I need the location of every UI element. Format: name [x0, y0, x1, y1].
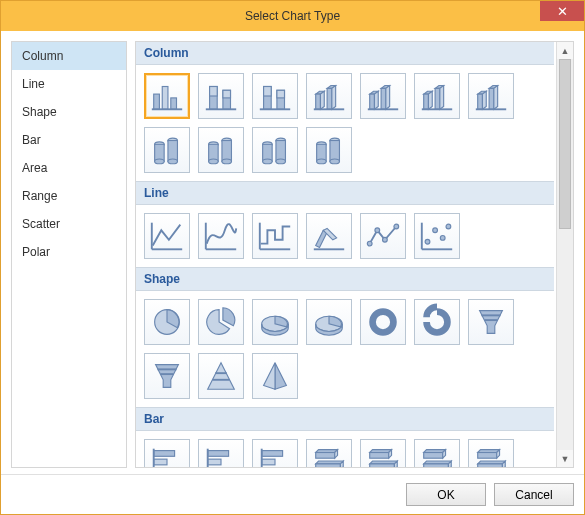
3d-clustered-column-icon	[310, 77, 348, 115]
dialog-window: Select Chart Type ✕ ColumnLineShapeBarAr…	[0, 0, 585, 515]
svg-point-40	[263, 159, 273, 164]
chart-thumb-line[interactable]	[144, 213, 190, 259]
chart-thumb-100-stacked-column[interactable]	[252, 73, 298, 119]
clustered-cylinder-icon	[148, 131, 186, 169]
svg-rect-92	[370, 464, 395, 467]
svg-rect-94	[424, 464, 449, 467]
chart-thumb-exploded-pie[interactable]	[198, 299, 244, 345]
sidebar-item-shape[interactable]: Shape	[12, 98, 126, 126]
pie-icon	[148, 303, 186, 341]
sidebar-item-scatter[interactable]: Scatter	[12, 210, 126, 238]
chart-thumb-doughnut[interactable]	[360, 299, 406, 345]
sidebar-item-polar[interactable]: Polar	[12, 238, 126, 266]
sidebar-item-range[interactable]: Range	[12, 182, 126, 210]
chart-thumb-pyramid-3d[interactable]	[252, 353, 298, 399]
clustered-bar-icon	[148, 443, 186, 467]
sidebar-item-area[interactable]: Area	[12, 154, 126, 182]
ok-button[interactable]: OK	[406, 483, 486, 506]
svg-point-46	[317, 159, 327, 164]
chart-thumb-3d-100-stacked-bar[interactable]	[414, 439, 460, 467]
3d-clustered-bar-icon	[310, 443, 348, 467]
100-stacked-column-icon	[256, 77, 294, 115]
scroll-track[interactable]	[557, 59, 573, 450]
svg-rect-89	[316, 453, 335, 459]
chart-thumb-pyramid[interactable]	[198, 353, 244, 399]
content-area: ColumnLineShapeBarAreaRangeScatterPolar …	[1, 31, 584, 474]
close-button[interactable]: ✕	[540, 1, 584, 21]
svg-point-70	[373, 312, 394, 333]
funnel-3d-icon	[148, 357, 186, 395]
chart-thumb-funnel-3d[interactable]	[144, 353, 190, 399]
svg-rect-12	[277, 90, 285, 98]
doughnut-icon	[364, 303, 402, 341]
chart-thumb-clustered-cylinder[interactable]	[144, 127, 190, 173]
title-bar: Select Chart Type ✕	[1, 1, 584, 31]
svg-rect-0	[154, 94, 160, 109]
scroll-handle[interactable]	[559, 59, 571, 229]
svg-rect-93	[424, 453, 443, 459]
chart-thumb-pie[interactable]	[144, 299, 190, 345]
svg-point-60	[394, 224, 399, 229]
section-header-line: Line	[136, 181, 554, 205]
svg-point-43	[276, 159, 286, 164]
chart-thumb-spline[interactable]	[198, 213, 244, 259]
sidebar-item-line[interactable]: Line	[12, 70, 126, 98]
svg-point-62	[433, 228, 438, 233]
sidebar-item-bar[interactable]: Bar	[12, 126, 126, 154]
chart-thumb-3d-line[interactable]	[306, 213, 352, 259]
svg-point-57	[367, 241, 372, 246]
svg-rect-20	[424, 94, 429, 109]
chart-thumb-clustered-column[interactable]	[144, 73, 190, 119]
scroll-up-arrow-icon[interactable]: ▲	[557, 42, 573, 59]
3d-bar-icon	[472, 443, 510, 467]
chart-thumb-line-with-markers[interactable]	[360, 213, 406, 259]
chart-thumb-3d-pie[interactable]	[252, 299, 298, 345]
svg-rect-85	[262, 451, 283, 457]
step-line-icon	[256, 217, 294, 255]
3d-pie-icon	[256, 303, 294, 341]
chart-thumb-100-stacked-cylinder[interactable]	[252, 127, 298, 173]
svg-rect-17	[370, 94, 375, 109]
svg-rect-7	[223, 90, 231, 98]
svg-rect-42	[276, 141, 286, 162]
chart-thumb-3d-bar[interactable]	[468, 439, 514, 467]
chart-thumb-3d-stacked-column[interactable]	[360, 73, 406, 119]
chart-thumb-stacked-column[interactable]	[198, 73, 244, 119]
chart-thumb-exploded-doughnut[interactable]	[414, 299, 460, 345]
svg-rect-15	[327, 88, 332, 109]
vertical-scrollbar[interactable]: ▲ ▼	[556, 42, 573, 467]
chart-thumb-3d-stacked-bar[interactable]	[360, 439, 406, 467]
chart-thumb-funnel[interactable]	[468, 299, 514, 345]
spline-icon	[202, 217, 240, 255]
scroll-down-arrow-icon[interactable]: ▼	[557, 450, 573, 467]
thumb-grid-line	[136, 205, 554, 267]
chart-thumb-100-stacked-bar[interactable]	[252, 439, 298, 467]
svg-point-58	[375, 228, 380, 233]
sidebar-item-column[interactable]: Column	[12, 42, 126, 70]
section-header-column: Column	[136, 42, 554, 65]
chart-thumb-scatter-line[interactable]	[414, 213, 460, 259]
ok-button-label: OK	[437, 488, 454, 502]
chart-thumb-3d-exploded-pie[interactable]	[306, 299, 352, 345]
chart-thumb-step-line[interactable]	[252, 213, 298, 259]
dialog-footer: OK Cancel	[1, 474, 584, 514]
pyramid-icon	[202, 357, 240, 395]
chart-thumb-stacked-cylinder[interactable]	[198, 127, 244, 173]
chart-thumb-3d-100-stacked-column[interactable]	[414, 73, 460, 119]
svg-point-64	[446, 224, 451, 229]
svg-rect-90	[316, 464, 341, 467]
chart-thumb-clustered-bar[interactable]	[144, 439, 190, 467]
svg-rect-24	[489, 88, 494, 109]
svg-rect-18	[381, 88, 386, 109]
chart-thumb-stacked-bar[interactable]	[198, 439, 244, 467]
100-stacked-bar-icon	[256, 443, 294, 467]
cancel-button[interactable]: Cancel	[494, 483, 574, 506]
chart-thumb-3d-cylinder[interactable]	[306, 127, 352, 173]
chart-thumb-3d-column[interactable]	[468, 73, 514, 119]
3d-exploded-pie-icon	[310, 303, 348, 341]
svg-point-37	[222, 159, 232, 164]
funnel-icon	[472, 303, 510, 341]
thumb-grid-column	[136, 65, 554, 181]
chart-thumb-3d-clustered-column[interactable]	[306, 73, 352, 119]
chart-thumb-3d-clustered-bar[interactable]	[306, 439, 352, 467]
